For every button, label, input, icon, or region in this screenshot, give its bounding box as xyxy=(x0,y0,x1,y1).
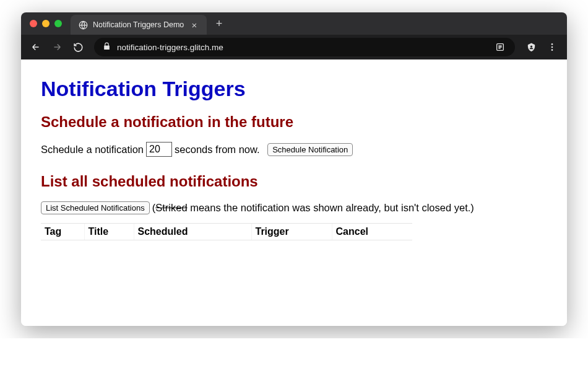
col-trigger: Trigger xyxy=(251,224,332,240)
svg-point-2 xyxy=(530,45,532,47)
schedule-line: Schedule a notification seconds from now… xyxy=(41,142,547,157)
close-tab-icon[interactable]: × xyxy=(189,20,199,30)
col-scheduled: Scheduled xyxy=(134,224,251,240)
minimize-window-icon[interactable] xyxy=(42,20,50,27)
schedule-text-after: seconds from now. xyxy=(175,144,260,156)
forward-button[interactable] xyxy=(48,38,66,56)
list-line: List Scheduled Notifications (Striked me… xyxy=(41,201,547,214)
col-cancel: Cancel xyxy=(332,224,412,240)
svg-point-3 xyxy=(551,43,553,45)
url-text: notification-triggers.glitch.me xyxy=(117,43,488,52)
svg-point-5 xyxy=(551,49,553,51)
section-list-heading: List all scheduled notifications xyxy=(41,173,547,190)
reader-mode-icon[interactable] xyxy=(494,41,506,53)
list-scheduled-button[interactable]: List Scheduled Notifications xyxy=(41,201,150,214)
lock-icon xyxy=(103,42,111,53)
tab-title: Notification Triggers Demo xyxy=(93,20,184,29)
browser-tab[interactable]: Notification Triggers Demo × xyxy=(71,15,207,35)
reload-button[interactable] xyxy=(69,38,87,56)
page-title: Notification Triggers xyxy=(41,77,547,101)
striked-word: Striked xyxy=(155,202,187,213)
svg-point-4 xyxy=(551,46,553,48)
schedule-notification-button[interactable]: Schedule Notification xyxy=(267,143,353,156)
close-window-icon[interactable] xyxy=(30,20,37,27)
col-tag: Tag xyxy=(41,224,84,240)
seconds-input[interactable] xyxy=(146,142,172,157)
globe-icon xyxy=(78,20,88,30)
back-button[interactable] xyxy=(27,38,45,56)
maximize-window-icon[interactable] xyxy=(54,20,62,27)
table-header-row: Tag Title Scheduled Trigger Cancel xyxy=(41,224,412,240)
col-title: Title xyxy=(84,224,134,240)
schedule-text-before: Schedule a notification xyxy=(41,144,144,156)
page-content: Notification Triggers Schedule a notific… xyxy=(21,59,567,326)
window-controls xyxy=(30,20,62,27)
notifications-table: Tag Title Scheduled Trigger Cancel xyxy=(41,223,412,240)
hint-text: (Striked means the notification was show… xyxy=(152,202,474,214)
profile-icon[interactable] xyxy=(522,38,540,56)
section-schedule-heading: Schedule a notification in the future xyxy=(41,113,547,131)
address-bar[interactable]: notification-triggers.glitch.me xyxy=(94,38,515,56)
new-tab-button[interactable]: + xyxy=(213,17,225,30)
menu-icon[interactable] xyxy=(543,38,561,56)
